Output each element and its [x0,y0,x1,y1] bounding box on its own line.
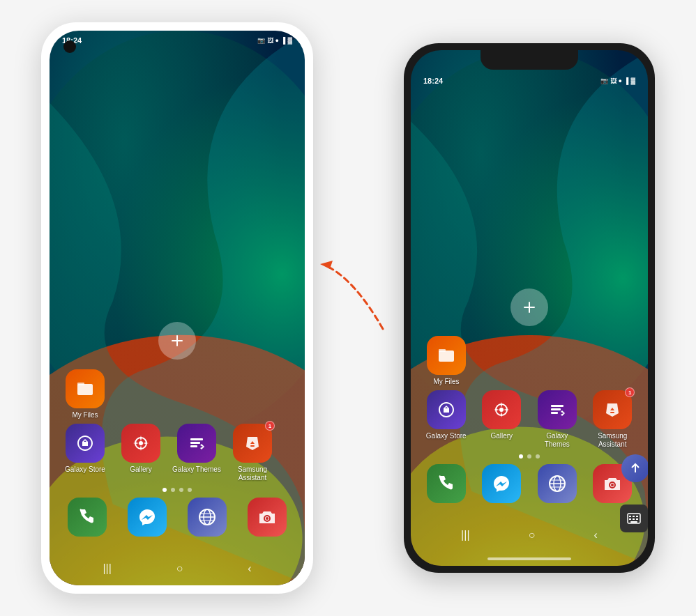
phones-comparison: 18:24 📷 🖼 ● ▐ ▓ [41,22,655,594]
phone2-galaxy-themes-icon [538,390,577,429]
phone2-nav-back[interactable]: ‹ [594,529,598,541]
my-files-svg [75,378,96,399]
internet-svg [197,507,218,528]
p2-dot-2 [527,454,531,459]
phone1-samsung-assistant-label: Samsung Assistant [228,465,277,482]
phone2-app-phone[interactable] [422,464,471,506]
phone2-phone-icon [427,464,466,503]
phone2-status-icons: 📷 🖼 ● ▐ ▓ [600,77,635,84]
p2-my-files-svg [436,345,457,366]
phone2-app-galaxy-store[interactable]: Galaxy Store [422,390,471,449]
phone1-app-gallery[interactable]: Gallery [116,424,165,482]
svg-rect-9 [190,442,200,444]
scroll-icon [629,462,642,475]
svg-point-7 [139,441,143,445]
svg-point-18 [266,517,268,520]
arrow-wrapper [313,238,404,378]
p2-camera-svg [602,473,623,494]
messenger-svg [137,507,158,528]
phone1-samsung-assistant-icon: 1 [233,424,272,463]
phone2-time: 18:24 [423,77,443,85]
phone1-battery-icon: ▓ [287,37,292,44]
p2-signal-icon: ▐ [624,77,628,84]
phone1-my-files-icon [66,369,105,408]
phone2-app-samsung-assistant[interactable]: 1 Samsung Assistant [589,390,637,449]
svg-rect-5 [77,383,84,385]
phone2-app-galaxy-themes[interactable]: Galaxy Themes [533,390,582,449]
phone1-app-my-files[interactable]: My Files [61,369,109,419]
p2-plus-icon [521,299,538,316]
phone1-add-widget [61,322,294,360]
phone2-samsung-assistant-icon: 1 [593,390,632,429]
svg-rect-28 [551,405,563,407]
phone1-app-camera[interactable] [243,498,292,539]
phone1-app-phone[interactable] [63,498,112,539]
phone-svg [77,507,98,528]
phone1-status-icons: 📷 🖼 ● ▐ ▓ [257,37,292,44]
phone2-gallery-icon [482,390,521,429]
dot-2 [171,488,175,492]
phone1-camera-icon [248,498,287,537]
phone2-widget-button[interactable] [510,288,548,326]
phone1-nav-home[interactable]: ○ [176,562,183,575]
phone1-galaxy-store-icon [66,424,105,463]
phone1-camera-icon: 📷 [257,37,265,44]
phone1-gallery-label: Gallery [130,465,152,474]
p2-galaxy-themes-svg [547,399,568,420]
scroll-nav-button[interactable] [621,454,648,482]
phone2-dots [422,454,637,459]
dashed-arrow [313,238,404,378]
camera-svg [257,507,278,528]
keyboard-overlay[interactable] [620,505,648,532]
phone1-app-galaxy-themes[interactable]: Galaxy Themes [172,424,221,482]
phone1-nav-recents[interactable]: ||| [103,562,111,575]
phone2-gallery-label: Gallery [490,432,513,440]
phone2-app-messenger[interactable] [478,464,527,506]
phone1-dock [61,498,294,539]
phone2-samsung-assistant-label: Samsung Assistant [589,432,637,449]
phone2-app-gallery[interactable]: Gallery [478,390,527,449]
svg-rect-8 [190,438,203,440]
phone1-nav-back[interactable]: ‹ [248,562,251,575]
phone1-messenger-icon [128,498,167,537]
svg-rect-45 [636,518,638,520]
p2-dot-1 [519,454,523,459]
phone1-app-galaxy-store[interactable]: Galaxy Store [61,424,109,482]
phone1-widget-button[interactable] [158,322,196,360]
svg-rect-41 [633,516,635,517]
p2-messenger-svg [491,473,512,494]
phone2-my-files-icon [427,336,466,375]
phone2-app-my-files[interactable]: My Files [422,336,471,386]
samsung-assistant-svg [242,433,263,454]
phone2-galaxy-store-label: Galaxy Store [426,432,467,440]
gallery-svg [130,433,151,454]
phone1-app-row1: My Files [61,369,294,419]
phone2-home-bar [487,557,571,560]
phone1-internet-icon [188,498,227,537]
phone2-nav-recents[interactable]: ||| [461,529,469,541]
galaxy-themes-svg [186,433,207,454]
svg-rect-25 [439,349,446,352]
phone1-badge: 1 [265,421,275,431]
phone2-nav-home[interactable]: ○ [529,529,536,541]
phone1-app-row2: Galaxy Store [61,424,294,482]
dot-3 [179,488,183,492]
phone2-app-internet[interactable] [533,464,582,506]
dot-4 [188,488,192,492]
svg-rect-40 [629,516,631,517]
phone1-app-messenger[interactable] [123,498,172,539]
phone1-app-internet[interactable] [183,498,232,539]
phone2-messenger-icon [482,464,521,503]
phone2-add-widget [422,288,637,326]
phone2-internet-icon [538,464,577,503]
phone1-app-samsung-assistant[interactable]: 1 Samsung Assistant [228,424,277,482]
phone2-device: 18:24 📷 🖼 ● ▐ ▓ [404,43,655,573]
phone2-status-bar: 18:24 📷 🖼 ● ▐ ▓ [411,71,648,91]
phone1-screen: 18:24 📷 🖼 ● ▐ ▓ [50,31,305,585]
galaxy-store-svg [75,433,96,454]
svg-rect-42 [636,516,638,517]
p2-samsung-assistant-svg [602,399,623,420]
svg-rect-10 [190,445,197,447]
svg-rect-30 [551,412,558,414]
phone1-phone-icon [68,498,107,537]
